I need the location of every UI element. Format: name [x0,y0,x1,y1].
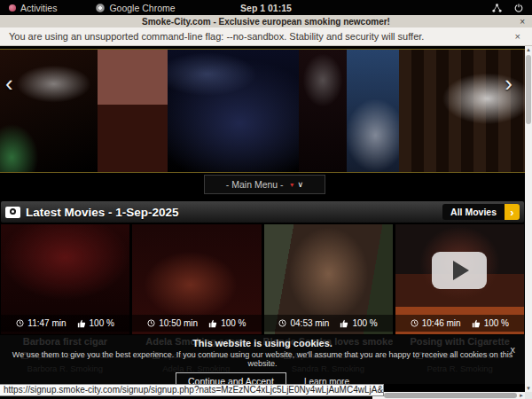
horizontal-scrollbar[interactable]: ► [372,392,525,399]
movie-thumbnail[interactable]: 10:46 min 100 % [395,224,524,334]
clock-icon [147,319,155,327]
movie-stats: 04:53 min 100 % [264,315,393,332]
promo-banner: ‹ › [0,49,525,173]
rating-label: 100 % [352,318,377,328]
window-title: Smoke-City.com - Exclusive european smok… [142,17,390,27]
duration-label: 10:50 min [159,318,198,328]
movie-thumbnail[interactable]: 04:53 min 100 % [264,224,393,334]
section-title: Latest Movies - 1-Sep-2025 [26,206,179,219]
camera-icon [5,207,20,218]
banner-prev-icon[interactable]: ‹ [5,72,13,95]
vertical-scrollbar-thumb[interactable] [526,55,531,124]
cookie-body-text: We use them to give you the best experie… [0,350,525,368]
vertical-scrollbar[interactable]: ▲ ▼ [525,46,532,392]
main-menu-dropdown[interactable]: - Main Menu - ▼ ∨ [204,175,325,194]
banner-photo-placeholder[interactable] [299,50,346,172]
chevron-down-icon: ∨ [298,180,304,189]
scroll-down-icon[interactable]: ▼ [525,385,532,392]
scroll-right-icon[interactable]: ► [518,392,525,399]
main-menu-label: - Main Menu - [226,179,284,190]
movie-stats: 10:50 min 100 % [132,315,261,332]
duration-label: 04:53 min [290,318,329,328]
power-icon[interactable] [514,4,523,12]
banner-photo-placeholder[interactable] [347,50,399,172]
movie-thumbnail[interactable]: 11:47 min 100 % [1,224,129,334]
movie-stats: 10:46 min 100 % [395,315,524,332]
horizontal-scrollbar-thumb[interactable] [384,393,517,398]
warning-close-icon[interactable]: × [515,31,520,42]
banner-photo-placeholder[interactable] [0,50,98,172]
sandbox-warning-infobar: You are using an unsupported command-lin… [0,27,532,46]
status-url-bubble: https://signup.smoke-city.com/signup/sig… [0,384,384,396]
rating-label: 100 % [90,318,114,328]
all-movies-button[interactable]: All Movies [442,204,505,220]
cookie-consent-banner: This website is using cookies. We use th… [0,335,525,384]
banner-photo-placeholder[interactable] [168,50,299,172]
latest-movies-header: Latest Movies - 1-Sep-2025 All Movies › [1,201,524,223]
clock-icon [411,319,419,327]
warning-text: You are using an unsupported command-lin… [9,31,424,42]
page-content: ‹ › - Main Menu - ▼ ∨ Latest Movies - 1-… [0,46,532,399]
window-close-icon[interactable]: × [520,17,525,27]
rating-label: 100 % [221,318,246,328]
cookie-title: This website is using cookies. [0,338,525,348]
system-top-bar: Activities Google Chrome Sep 1 01:15 [0,0,532,15]
duration-label: 11:47 min [27,318,66,328]
scroll-up-icon[interactable]: ▲ [525,46,532,53]
rating-label: 100 % [484,318,509,328]
thumbs-up-icon [77,319,86,328]
duration-label: 10:46 min [422,318,461,328]
banner-photo-placeholder[interactable] [98,50,168,172]
thumbs-up-icon [472,319,481,328]
all-movies-arrow-icon[interactable]: › [505,204,520,220]
scrollbar-corner [525,392,532,399]
clock-icon [16,319,24,327]
movie-stats: 11:47 min 100 % [1,315,129,332]
movie-thumbnail[interactable]: 10:50 min 100 % [132,224,261,334]
banner-next-icon[interactable]: › [505,72,512,95]
banner-photo-placeholder[interactable] [399,50,525,172]
cookie-close-icon[interactable]: x [511,345,516,355]
browser-title-bar: Smoke-City.com - Exclusive european smok… [0,15,532,27]
clock-icon [278,319,286,327]
system-clock[interactable]: Sep 1 01:15 [0,3,532,13]
menu-triangle-icon: ▼ [289,182,295,188]
movie-grid: 11:47 min 100 % 10:50 min 100 % 04:53 mi… [1,224,524,334]
thumbs-up-icon [340,319,348,328]
play-button[interactable] [432,252,487,289]
network-icon[interactable] [492,4,502,12]
thumbs-up-icon [208,319,217,328]
